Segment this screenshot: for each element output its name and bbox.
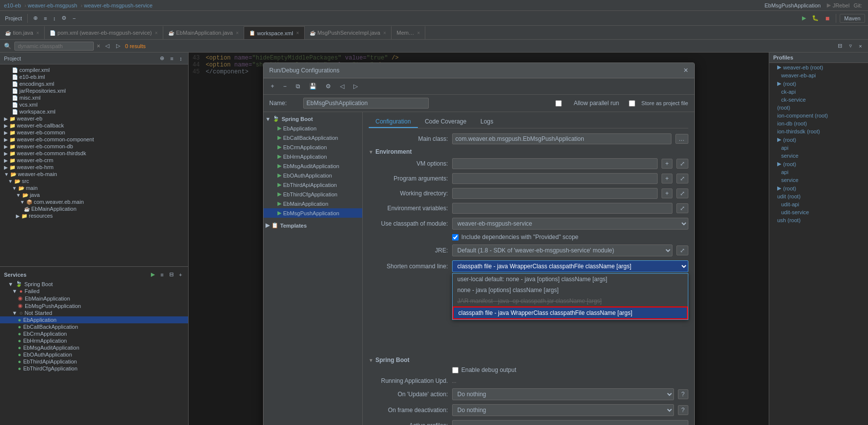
stop-btn[interactable]: ⏹ [823,14,832,22]
config-arrow-left[interactable]: ◁ [336,81,348,91]
tree-item-main[interactable]: ▼ 📂 main [0,184,188,191]
profile-api-2[interactable]: api [769,168,868,176]
copy-config-button[interactable]: ⧉ [292,81,304,91]
profile-ck-api[interactable]: ck-api [769,88,868,96]
config-eb-callback[interactable]: ▶ EbCallBackApplication [264,133,362,142]
tab-close-icon[interactable]: × [417,30,420,36]
env-vars-input[interactable] [452,203,672,214]
program-args-add-btn[interactable]: + [662,174,672,183]
services-run[interactable]: ▶ [149,270,157,279]
tab-ebmain[interactable]: ☕ EbMainApplication.java × [163,26,244,39]
service-ebmain[interactable]: ◉ EbMainApplication [0,295,188,302]
profile-root-5[interactable]: ▶ (root) [769,184,868,192]
tree-item-weaver-common-third[interactable]: ▶ 📁 weaver-eb-common-thirdsdk [0,150,188,157]
store-project-checkbox[interactable] [629,100,635,107]
search-input[interactable] [14,42,94,51]
on-update-help-btn[interactable]: ? [678,389,688,399]
project-expand[interactable]: ⊕ [158,54,166,62]
dropdown-item-userlocal[interactable]: user-local default: none - java [options… [453,274,688,285]
tree-item-weaver-eb-main[interactable]: ▼ 📂 weaver-eb-main [0,171,188,178]
toolbar-minus[interactable]: − [70,14,77,22]
active-profiles-input[interactable] [452,420,688,425]
tree-item-weaver-eb[interactable]: ▶ 📁 weaver-eb [0,115,188,122]
search-filter[interactable]: ▿ [847,42,854,50]
tree-item-weaver-eb-hrm[interactable]: ▶ 📁 weaver-eb-hrm [0,164,188,171]
tree-item-vcs[interactable]: 📄 vcs.xml [0,101,188,108]
service-failed-group[interactable]: ▼ ● Failed [0,288,188,295]
jre-select[interactable]: Default (1.8 - SDK of 'weaver-eb-msgpush… [452,244,672,256]
search-options[interactable]: ⊟ [836,42,844,50]
service-ebthirdapi[interactable]: ● EbThirdApiApplication [0,358,188,365]
config-settings-button[interactable]: ⚙ [322,81,334,91]
vm-options-add-btn[interactable]: + [662,159,672,169]
remove-config-button[interactable]: − [280,81,290,91]
enable-debug-checkbox[interactable] [452,367,459,373]
tab-mem[interactable]: Mem… × [392,26,425,39]
tab-pom-xml[interactable]: 📄 pom.xml (weaver-eb-msgpush-service) × [45,26,163,39]
profile-audit-service[interactable]: udit-service [769,208,868,216]
debug-btn[interactable]: 🐛 [810,14,821,22]
working-dir-input[interactable] [452,188,658,199]
name-input[interactable] [303,98,429,109]
config-eb-hrm[interactable]: ▶ EbHrmApplication [264,152,362,161]
close-search-icon[interactable]: × [97,43,100,50]
config-eb-audit[interactable]: ▶ EbMsgAuditApplication [264,161,362,171]
profile-ion-db[interactable]: ion-db (root) [769,120,868,127]
vm-options-input[interactable] [452,158,658,169]
springboot-section[interactable]: ▼ Spring Boot [369,357,688,364]
profile-service-2[interactable]: service [769,176,868,184]
config-eb-crm[interactable]: ▶ EbCrmApplication [264,142,362,152]
tab-close-icon[interactable]: × [155,30,158,36]
tree-item-src[interactable]: ▼ 📂 src [0,178,188,184]
config-eb-thirdcfg[interactable]: ▶ EbThirdCfgApplication [264,189,362,199]
profile-service-1[interactable]: service [769,152,868,160]
close-search[interactable]: × [857,42,864,50]
dropdown-item-jar[interactable]: JAR manifest - java -cp classpath.jar cl… [453,296,688,306]
classpath-module-select[interactable]: weaver-eb-msgpush-service [452,218,688,230]
tree-item-java[interactable]: ▼ 📂 java [0,191,188,198]
tree-item-compiler[interactable]: 📄 compiler.xml [0,66,188,73]
program-args-input[interactable] [452,173,658,184]
service-ebcrm[interactable]: ● EbCrmApplication [0,330,188,337]
vm-options-expand-btn[interactable]: ⤢ [676,159,688,169]
project-btn[interactable]: Project [3,14,24,22]
tab-tion-java[interactable]: ☕ tion.java × [0,26,45,39]
tree-item-misc[interactable]: 📄 misc.xml [0,94,188,101]
working-dir-add-btn[interactable]: + [662,188,672,198]
service-ebapp[interactable]: ● EbApplication [0,316,188,323]
project-options[interactable]: ↕ [178,54,185,62]
on-frame-select[interactable]: Do nothing [452,404,674,416]
profile-audit-root[interactable]: udit (root) [769,192,868,200]
tab-workspace[interactable]: 📋 workspace.xml × [244,26,305,39]
add-config-button[interactable]: + [267,81,278,91]
search-next[interactable]: ▷ [114,42,122,50]
tree-item-weaver-eb-common[interactable]: ▶ 📁 weaver-eb-common [0,129,188,136]
profile-root-2[interactable]: (root) [769,104,868,112]
shorten-cmd-select[interactable]: classpath file - java WrapperClass class… [452,260,688,272]
tab-close-icon[interactable]: × [236,30,239,36]
breadcrumb-item[interactable]: weaver-eb-msgpush [28,2,77,8]
service-ebcallback[interactable]: ● EbCallBackApplication [0,323,188,330]
tree-item-package[interactable]: ▼ 📦 com.weaver.eb.main [0,198,188,205]
profile-weaver-eb-api[interactable]: weaver-eb-api [769,71,868,79]
tab-logs[interactable]: Logs [473,116,500,128]
environment-section[interactable]: ▼ Environment [369,148,688,155]
service-not-started-group[interactable]: ▼ ○ Not Started [0,309,188,316]
tree-item-ebmain-class[interactable]: ☕ EbMainApplication [0,205,188,212]
dialog-close-button[interactable]: × [683,66,688,75]
dropdown-item-classpath[interactable]: classpath file - java WrapperClass class… [453,306,688,319]
profile-ion-thirdsdk[interactable]: ion-thirdsdk (root) [769,127,868,135]
jre-browse-btn[interactable]: ⤢ [676,245,688,255]
save-config-button[interactable]: 💾 [306,81,320,91]
include-deps-checkbox[interactable] [452,234,459,241]
tree-item-weaver-common-comp[interactable]: ▶ 📁 weaver-eb-common-component [0,136,188,143]
tree-item-weaver-eb-callback[interactable]: ▶ 📁 weaver-eb-callback [0,122,188,129]
templates-group[interactable]: ▶ 📋 Templates [264,221,362,230]
tree-item-jar-repos[interactable]: 📄 jarRepositories.xml [0,87,188,94]
program-args-expand-btn[interactable]: ⤢ [676,174,688,183]
tab-close-icon[interactable]: × [296,30,299,36]
tree-item-resources[interactable]: ▶ 📁 resources [0,212,188,219]
services-action[interactable]: ≡ [158,270,165,279]
profile-root-1[interactable]: ▶ (root) [769,79,868,88]
tree-item-e10[interactable]: 📄 e10-eb.iml [0,73,188,80]
